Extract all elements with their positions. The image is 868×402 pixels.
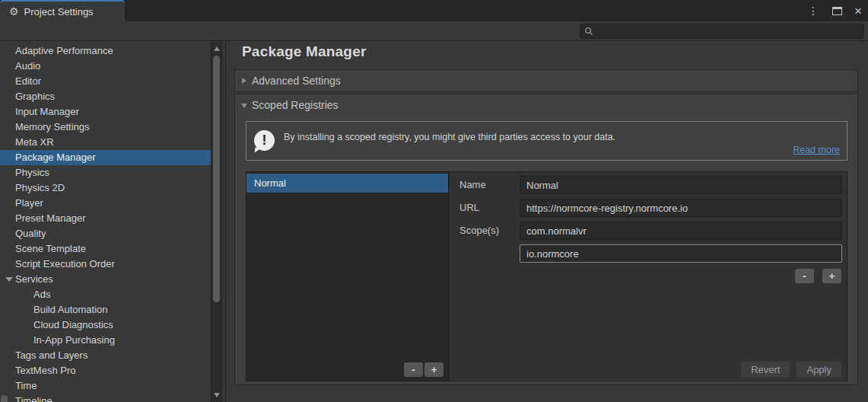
revert-button[interactable]: Revert bbox=[741, 362, 790, 378]
sidebar-item-tags-and-layers[interactable]: Tags and Layers bbox=[0, 348, 211, 363]
scroll-up-icon[interactable] bbox=[214, 46, 220, 51]
gear-icon: ⚙ bbox=[9, 6, 19, 17]
kebab-menu-icon[interactable]: ⋮ bbox=[805, 4, 822, 18]
remove-registry-button[interactable]: - bbox=[404, 362, 423, 377]
registry-editor: Normal - + Name URL Scope(s) - + Revert … bbox=[246, 171, 847, 381]
url-field[interactable] bbox=[520, 199, 842, 217]
scoped-registries-foldout[interactable]: Scoped Registries bbox=[235, 94, 857, 116]
add-registry-button[interactable]: + bbox=[424, 362, 444, 377]
name-label: Name bbox=[459, 179, 486, 190]
scrollbar-thumb[interactable] bbox=[213, 56, 220, 302]
pane-splitter[interactable] bbox=[225, 42, 226, 402]
apply-button[interactable]: Apply bbox=[796, 362, 841, 378]
toolbar bbox=[0, 21, 868, 41]
add-scope-button[interactable]: + bbox=[822, 269, 841, 283]
scopes-label: Scope(s) bbox=[459, 225, 499, 236]
scoped-registry-warning: ! By installing a scoped registry, you m… bbox=[246, 121, 847, 161]
horizontal-scrollbar-thumb[interactable] bbox=[1, 395, 8, 402]
sidebar-item-time[interactable]: Time bbox=[0, 378, 211, 394]
section-advanced-settings: Advanced Settings bbox=[234, 69, 858, 92]
remove-scope-button[interactable]: - bbox=[795, 269, 814, 283]
sidebar-item-textmesh-pro[interactable]: TextMesh Pro bbox=[0, 363, 211, 378]
sidebar-item-ads[interactable]: Ads bbox=[0, 287, 211, 302]
search-box[interactable] bbox=[580, 24, 864, 39]
sidebar-item-cloud-diagnostics[interactable]: Cloud Diagnostics bbox=[0, 317, 211, 333]
read-more-link[interactable]: Read more bbox=[793, 145, 840, 155]
settings-sidebar: Adaptive Performance Audio Editor Graphi… bbox=[0, 42, 225, 402]
sidebar-scrollbar[interactable] bbox=[211, 42, 222, 402]
section-label: Scoped Registries bbox=[252, 99, 339, 111]
sidebar-item-label: Services bbox=[15, 273, 53, 285]
scope-buttons: - + bbox=[795, 269, 841, 283]
section-label: Advanced Settings bbox=[252, 75, 341, 87]
foldout-open-icon bbox=[241, 104, 247, 108]
warning-text: By installing a scoped registry, you mig… bbox=[284, 132, 615, 142]
foldout-open-icon[interactable] bbox=[5, 277, 13, 282]
tab-project-settings[interactable]: ⚙ Project Settings bbox=[0, 0, 125, 21]
sidebar-item-preset-manager[interactable]: Preset Manager bbox=[0, 211, 211, 226]
close-icon[interactable]: × bbox=[853, 5, 863, 18]
sidebar-item-timeline[interactable]: Timeline bbox=[0, 394, 211, 402]
sidebar-item-package-manager[interactable]: Package Manager bbox=[0, 150, 211, 165]
warning-icon: ! bbox=[254, 130, 275, 151]
page-title: Package Manager bbox=[242, 43, 367, 60]
scope-field-1[interactable] bbox=[520, 222, 842, 240]
sidebar-list: Adaptive Performance Audio Editor Graphi… bbox=[0, 42, 225, 402]
tab-title: Project Settings bbox=[24, 6, 94, 18]
sidebar-item-memory-settings[interactable]: Memory Settings bbox=[0, 120, 211, 135]
name-field[interactable] bbox=[520, 176, 842, 194]
sidebar-item-input-manager[interactable]: Input Manager bbox=[0, 104, 211, 120]
sidebar-item-editor[interactable]: Editor bbox=[0, 74, 211, 89]
window-controls: ⋮ × bbox=[805, 0, 863, 21]
scope-field-2[interactable] bbox=[520, 244, 842, 263]
sidebar-item-audio[interactable]: Audio bbox=[0, 59, 211, 74]
scroll-down-icon[interactable] bbox=[214, 393, 220, 397]
sidebar-item-meta-xr[interactable]: Meta XR bbox=[0, 135, 211, 150]
advanced-settings-foldout[interactable]: Advanced Settings bbox=[235, 70, 857, 91]
sidebar-item-player[interactable]: Player bbox=[0, 196, 211, 211]
sidebar-item-script-execution-order[interactable]: Script Execution Order bbox=[0, 257, 211, 272]
sidebar-item-graphics[interactable]: Graphics bbox=[0, 89, 211, 104]
foldout-closed-icon bbox=[242, 78, 246, 84]
sidebar-item-in-app-purchasing[interactable]: In-App Purchasing bbox=[0, 333, 211, 348]
search-input[interactable] bbox=[593, 25, 863, 37]
registry-details: Name URL Scope(s) - + Revert Apply bbox=[450, 172, 847, 381]
sidebar-item-services[interactable]: Services bbox=[0, 272, 211, 287]
sidebar-item-adaptive-performance[interactable]: Adaptive Performance bbox=[0, 43, 211, 59]
sidebar-item-build-automation[interactable]: Build Automation bbox=[0, 302, 211, 317]
registry-list: Normal - + bbox=[246, 172, 449, 381]
sidebar-item-physics[interactable]: Physics bbox=[0, 165, 211, 180]
url-label: URL bbox=[459, 202, 479, 213]
section-scoped-registries: Scoped Registries ! By installing a scop… bbox=[234, 94, 858, 385]
registry-item-normal[interactable]: Normal bbox=[246, 174, 448, 193]
sidebar-item-physics-2d[interactable]: Physics 2D bbox=[0, 180, 211, 196]
sidebar-item-quality[interactable]: Quality bbox=[0, 226, 211, 241]
window-tab-strip: ⚙ Project Settings ⋮ × bbox=[0, 0, 868, 21]
maximize-icon[interactable] bbox=[832, 7, 842, 15]
registry-list-buttons: - + bbox=[404, 362, 444, 377]
registry-action-buttons: Revert Apply bbox=[741, 362, 841, 378]
search-icon bbox=[584, 27, 593, 36]
sidebar-item-scene-template[interactable]: Scene Template bbox=[0, 241, 211, 257]
